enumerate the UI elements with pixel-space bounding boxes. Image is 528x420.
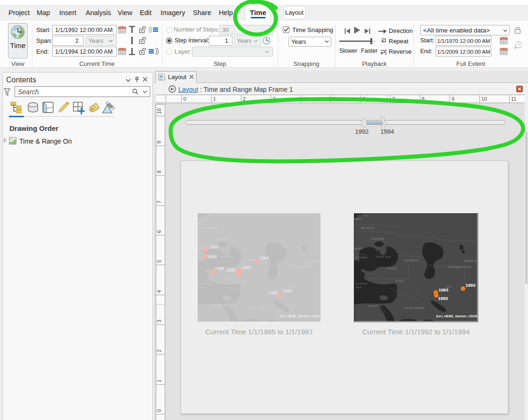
svg-text:1986: 1986 xyxy=(242,265,251,270)
svg-text:1986: 1986 xyxy=(215,266,224,271)
svg-text:1993: 1993 xyxy=(438,296,448,301)
svg-text:1986: 1986 xyxy=(209,245,218,250)
svg-text:1985: 1985 xyxy=(268,291,278,295)
svg-text:1986: 1986 xyxy=(226,268,236,273)
svg-text:1986: 1986 xyxy=(208,254,217,259)
svg-text:1993: 1993 xyxy=(465,283,475,288)
svg-text:1986: 1986 xyxy=(283,289,292,293)
svg-text:1986: 1986 xyxy=(259,256,269,260)
svg-text:1993: 1993 xyxy=(439,288,448,292)
